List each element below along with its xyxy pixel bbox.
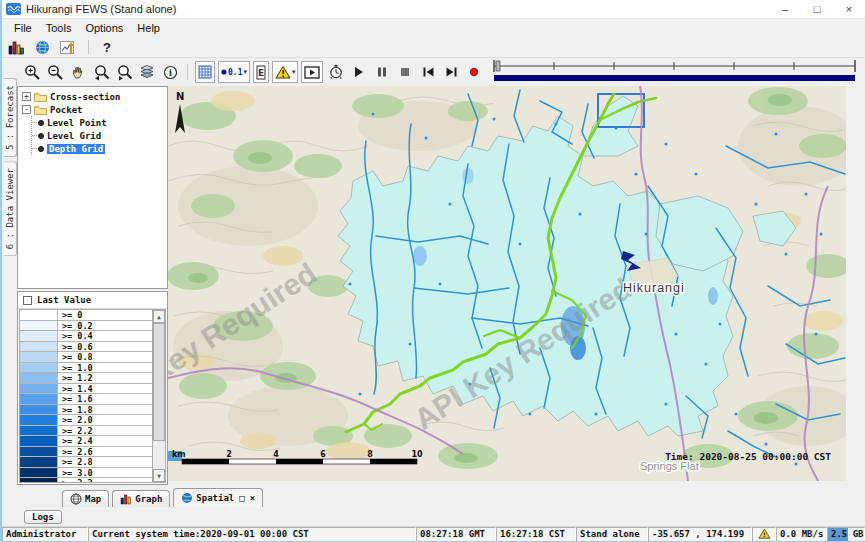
animation-timer-icon[interactable] [326,62,346,82]
legend-row[interactable]: >= 1.8 [20,405,152,416]
menu-file[interactable]: File [7,21,39,35]
legend-row-label: >= 2.2 [58,426,152,436]
tree-node-label-selected[interactable]: Depth Grid [47,144,105,154]
last-value-checkbox[interactable] [23,296,32,305]
legend-row[interactable]: >= 0.8 [20,352,152,363]
tree-node-label[interactable]: Pocket [50,105,83,115]
tree-children: Level Point Level Grid Depth Grid [31,116,167,155]
minimize-button[interactable]: – [769,0,801,18]
bar-chart-icon [120,494,132,505]
left-panel: + Cross-section - Pocket Lev [17,86,168,487]
scroll-up-button[interactable]: ▲ [153,310,165,323]
tab-forecast[interactable]: 5 : Forecast [4,78,17,157]
window-controls: – □ × [769,0,865,18]
legend-row[interactable]: >= 2.4 [20,436,152,447]
legend-row-label: >= 3.2 [58,478,152,483]
legend-row-label: >= 0.4 [58,331,152,341]
scale-tick-label: 10 [411,450,423,459]
status-bar: Administrator Current system time:2020-0… [2,527,865,542]
zoom-in-icon[interactable] [22,62,42,82]
menu-tools[interactable]: Tools [39,21,79,35]
legend-color-swatch [20,373,58,383]
app-logo-icon [6,3,21,15]
map-view[interactable]: API Key Required API Key Required Hikura… [168,86,865,487]
tree-node-label[interactable]: Level Point [47,118,107,128]
animation-play-button[interactable] [301,61,323,83]
legend-row-label: >= 0 [58,310,152,320]
map-display-globe-icon[interactable] [32,37,52,57]
svg-text:E: E [258,68,264,78]
pause-button[interactable] [372,62,392,82]
menu-help[interactable]: Help [130,21,167,35]
legend-row[interactable]: >= 2.2 [20,426,152,437]
database-icon[interactable] [6,37,26,57]
legend-row[interactable]: >= 0.2 [20,321,152,332]
collapse-icon[interactable]: - [22,105,31,114]
record-button[interactable] [464,62,484,82]
status-warning-cell[interactable]: ! [752,527,776,542]
skip-to-end-button[interactable] [441,62,461,82]
expand-icon[interactable]: + [22,92,31,101]
legend-color-swatch [20,352,58,362]
help-button[interactable]: ? [99,40,115,55]
legend-row-label: >= 0.6 [58,342,152,352]
tree-node-cross-section[interactable]: + Cross-section [18,90,167,103]
tree-node-level-point[interactable]: Level Point [32,116,167,129]
tree-node-depth-grid[interactable]: Depth Grid [32,142,167,155]
legend-row[interactable]: >= 1.0 [20,363,152,374]
tab-map[interactable]: Map [62,490,109,507]
legend-row[interactable]: >= 2.8 [20,457,152,468]
legend-row[interactable]: >= 2.6 [20,447,152,458]
svg-text:!: ! [281,70,285,79]
tab-data-viewer[interactable]: 6 : Data Viewer [4,161,17,256]
map-canvas[interactable]: API Key Required API Key Required Hikura… [168,86,846,481]
tab-spatial-label: Spatial [196,493,234,503]
skip-to-start-button[interactable] [418,62,438,82]
scale-tick-label: 8 [367,450,373,459]
tab-graph[interactable]: Graph [112,490,170,507]
zoom-next-icon[interactable] [114,62,134,82]
status-memory[interactable]: 2.5 GB [827,527,865,542]
scale-tick-label: 2 [226,450,232,459]
info-icon[interactable]: i [160,62,180,82]
legend-color-swatch [20,384,58,394]
legend-row[interactable]: >= 0 [20,310,152,321]
maximize-button[interactable]: □ [801,0,833,18]
close-button[interactable]: × [833,0,865,18]
globe-icon [181,492,193,504]
legend-row[interactable]: >= 0.6 [20,342,152,353]
window-title: Hikurangi FEWS (Stand alone) [26,3,176,15]
tree-node-pocket[interactable]: - Pocket [18,103,167,116]
tree-node-level-grid[interactable]: Level Grid [32,129,167,142]
legend-scrollbar[interactable]: ▲ ▼ [152,310,165,482]
legend-row[interactable]: >= 2.0 [20,415,152,426]
tab-spatial[interactable]: Spatial □ × [173,488,263,507]
zoom-out-icon[interactable] [45,62,65,82]
layers-icon[interactable] [137,62,157,82]
legend-row[interactable]: >= 0.4 [20,331,152,342]
timeline-slider[interactable] [491,58,859,87]
scroll-down-button[interactable]: ▼ [153,469,165,482]
tab-close-icon[interactable]: × [250,493,255,503]
zoom-previous-icon[interactable] [91,62,111,82]
point-size-dropdown[interactable]: 0.1▾ [218,61,250,83]
legend-row[interactable]: >= 1.4 [20,384,152,395]
legend-row[interactable]: >= 1.2 [20,373,152,384]
grid-display-button[interactable] [195,61,215,83]
legend-color-swatch [20,331,58,341]
scrollbar-thumb[interactable] [153,323,165,441]
stop-button[interactable] [395,62,415,82]
tree-node-label[interactable]: Level Grid [47,131,101,141]
thresholds-dropdown[interactable]: !▾ [272,61,299,83]
scale-bar-button[interactable]: E [253,61,269,83]
timeseries-display-icon[interactable] [58,37,78,57]
legend-row[interactable]: >= 3.2 [20,478,152,483]
tab-logs[interactable]: Logs [24,510,62,524]
tab-maximize-icon[interactable]: □ [239,493,244,503]
legend-row[interactable]: >= 1.6 [20,394,152,405]
tree-node-label[interactable]: Cross-section [50,92,120,102]
pan-hand-icon[interactable] [68,62,88,82]
play-button[interactable] [349,62,369,82]
legend-row[interactable]: >= 3.0 [20,468,152,479]
menu-options[interactable]: Options [78,21,130,35]
